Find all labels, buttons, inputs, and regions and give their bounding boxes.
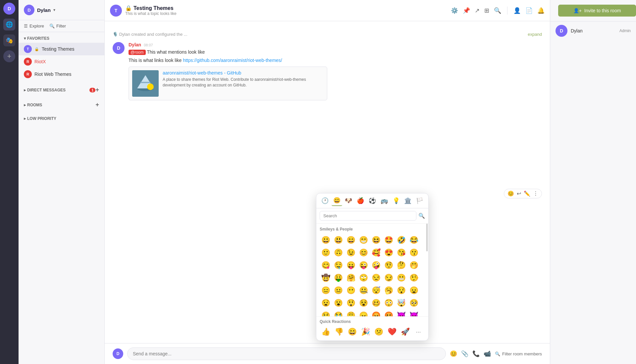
video-icon[interactable]: 📹 [484,350,491,357]
add-space-button[interactable]: + [3,50,15,62]
quick-thumbs-up[interactable]: 👍 [320,326,332,338]
sidebar-item-riotx[interactable]: R RiotX [19,55,104,68]
pin-icon[interactable]: 📌 [463,7,470,14]
emoji-squint[interactable]: 😆 [370,234,382,246]
emoji-tab-activities[interactable]: ⚽ [367,195,378,206]
emoji-pleading[interactable]: 🥺 [408,297,420,309]
emoji-cowboy[interactable]: 🤠 [320,272,332,284]
emoji-frowning[interactable]: 😦 [408,285,420,296]
emoji-raised-eyebrow[interactable]: 🤨 [383,259,395,271]
filter-members-button[interactable]: 🔍 Filter room members [495,351,542,356]
emoji-slightly-smiling[interactable]: 🙂 [320,247,332,259]
emoji-zany[interactable]: 🤪 [370,259,382,271]
emoji-wink[interactable]: 😉 [345,247,357,259]
explore-button[interactable]: ☰ Explore [24,24,44,28]
emoji-woozy[interactable]: 🥴 [370,297,382,309]
message-input[interactable] [127,347,446,360]
quick-confused[interactable]: 😕 [373,326,385,338]
emoji-yawning[interactable]: 🥱 [383,285,395,296]
emoji-expressionless[interactable]: 😑 [320,285,332,296]
emoji-imp[interactable]: 👿 [408,310,420,316]
call-icon[interactable]: 📞 [472,350,480,357]
emoji-thinking[interactable]: 🤔 [395,259,407,271]
emoji-star-struck[interactable]: 🤩 [383,234,395,246]
scrollbar[interactable] [426,224,428,251]
reply-icon[interactable]: ↩ [517,190,521,197]
filter-button[interactable]: 🔍 Filter [49,24,66,28]
quick-rocket[interactable]: 🚀 [399,326,411,338]
mask-icon[interactable]: 🎭 [3,34,15,46]
emoji-unamused[interactable]: 😒 [370,272,382,284]
settings-icon[interactable]: ⚙️ [451,7,458,14]
emoji-joy[interactable]: 😂 [408,234,420,246]
emoji-cursing[interactable]: 🤬 [383,310,395,316]
emoji-blush[interactable]: 😊 [357,247,369,259]
emoji-tab-objects[interactable]: 💡 [391,195,401,206]
notifications-icon[interactable]: 🔔 [537,7,545,14]
globe-icon[interactable]: 🌐 [3,19,15,30]
emoji-no-mouth[interactable]: 😶 [345,285,357,296]
emoji-smiling-imp[interactable]: 😈 [395,310,407,316]
low-priority-header[interactable]: ▸ LOW PRIORITY [19,114,104,123]
emoji-icon[interactable]: 😊 [450,350,457,357]
emoji-flushed[interactable]: 😳 [383,297,395,309]
invite-button[interactable]: 👤+ Invite to this room [558,5,636,17]
emoji-cry[interactable]: 😢 [320,310,332,316]
threads-icon[interactable]: 📄 [525,7,533,14]
dm-add-button[interactable]: + [95,86,99,93]
emoji-stuck-out-tongue[interactable]: 😛 [345,259,357,271]
message-link[interactable]: https://github.com/aaronraimist/riot-web… [183,58,282,63]
emoji-tab-flags[interactable]: 🏳️ [414,195,425,206]
emoji-tab-food[interactable]: 🍎 [355,195,366,206]
emoji-zipper-mouth[interactable]: 🤐 [357,285,369,296]
emoji-smiling-hearts[interactable]: 🥰 [370,247,382,259]
emoji-kissing-heart[interactable]: 😘 [395,247,407,259]
emoji-astonished[interactable]: 😲 [345,297,357,309]
emoji-tab-symbols[interactable]: 🏛️ [402,195,413,206]
more-options-icon[interactable]: ⋮ [533,190,538,197]
emoji-grimacing[interactable]: 😬 [395,272,407,284]
emoji-lying[interactable]: 🤥 [408,272,420,284]
emoji-sob[interactable]: 😭 [332,310,344,316]
quick-thumbs-down[interactable]: 👎 [333,326,345,338]
share-icon[interactable]: ↗ [475,7,480,14]
emoji-grin[interactable]: 😃 [332,234,344,246]
people-icon[interactable]: 👤 [513,7,521,14]
quick-grinning[interactable]: 😄 [346,326,358,338]
emoji-tab-smileys[interactable]: 😀 [332,195,342,206]
rooms-add-button[interactable]: + [95,101,99,108]
emoji-hand-over-mouth[interactable]: 🤭 [408,259,420,271]
search-icon[interactable]: 🔍 [494,7,501,14]
emoji-dizzy[interactable]: 😵 [357,297,369,309]
emoji-reaction-icon[interactable]: 😊 [507,190,514,197]
emoji-money-mouth[interactable]: 🤑 [332,272,344,284]
emoji-tab-travel[interactable]: 🚌 [379,195,390,206]
emoji-yum[interactable]: 😋 [320,259,332,271]
emoji-tab-recent[interactable]: 🕐 [320,195,330,206]
quick-tada[interactable]: 🎉 [359,326,371,338]
grid-icon[interactable]: ⊞ [484,7,489,14]
emoji-winking-tongue[interactable]: 😜 [357,259,369,271]
emoji-angry-steam[interactable]: 😤 [345,310,357,316]
rooms-header[interactable]: ▸ ROOMS + [19,99,104,110]
emoji-sleeping[interactable]: 😴 [370,285,382,296]
emoji-beam[interactable]: 😁 [357,234,369,246]
preview-title-link[interactable]: aaronraimist/riot-web-themes [163,70,223,76]
chevron-down-icon[interactable]: ▾ [53,8,55,12]
sidebar-item-testing-themes[interactable]: T 🔒 Testing Themes [19,43,104,55]
user-avatar-rail[interactable]: D [3,3,15,15]
edit-icon[interactable]: ✏️ [524,190,530,197]
sidebar-item-riot-web-themes[interactable]: R Riot Web Themes [19,68,104,80]
dm-header[interactable]: ▸ DIRECT MESSAGES 1 + [19,84,104,95]
emoji-smirk[interactable]: 😏 [383,272,395,284]
emoji-anguished[interactable]: 😧 [320,297,332,309]
favorites-header[interactable]: ▾ FAVORITES [19,34,104,43]
quick-more[interactable]: ··· [412,326,424,338]
emoji-heart-eyes[interactable]: 😍 [383,247,395,259]
emoji-scrollable[interactable]: Smileys & People 😀 😃 😄 😁 😆 🤩 🤣 😂 🙂 🙃 😉 😊… [316,224,428,316]
emoji-hushed[interactable]: 😯 [395,285,407,296]
emoji-exploding-head[interactable]: 🤯 [395,297,407,309]
emoji-open-mouth[interactable]: 😮 [332,297,344,309]
expand-link[interactable]: expand [528,32,542,37]
emoji-drooling[interactable]: 🤤 [332,259,344,271]
